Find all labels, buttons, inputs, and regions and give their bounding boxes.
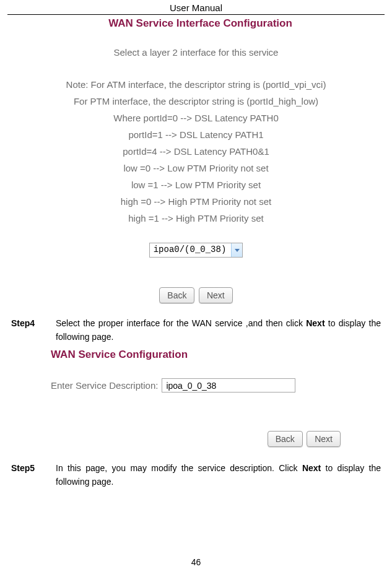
interface-select[interactable]: ipoa0/(0_0_38) [149, 243, 243, 258]
back-button[interactable]: Back [159, 287, 194, 303]
step5-pre: In this page, you may modify the service… [56, 463, 302, 473]
step5-text: In this page, you may modify the service… [56, 462, 381, 488]
step5-label: Step5 [11, 462, 56, 488]
note-line: high =1 --> High PTM Priority set [51, 210, 341, 227]
figure-wan-interface-config: WAN Service Interface Configuration Sele… [0, 17, 392, 303]
step4-text: Select the proper interface for the WAN … [56, 317, 381, 344]
note-line: portId=1 --> DSL Latency PATH1 [51, 126, 341, 143]
wan-interface-subtitle: Select a layer 2 interface for this serv… [51, 47, 341, 58]
page-header: User Manual [0, 0, 392, 14]
interface-select-value: ipoa0/(0_0_38) [150, 243, 232, 257]
service-desc-label: Enter Service Description: [51, 380, 158, 391]
wan-service-title: WAN Service Configuration [51, 349, 341, 361]
page-number: 46 [0, 557, 392, 567]
next-button[interactable]: Next [199, 287, 233, 303]
figure-wan-service-config: WAN Service Configuration Enter Service … [0, 349, 392, 447]
wan-interface-title: WAN Service Interface Configuration [51, 17, 341, 30]
step4-label: Step4 [11, 317, 56, 344]
back-button[interactable]: Back [268, 431, 303, 447]
step4-block: Step4 Select the proper interface for th… [0, 317, 392, 344]
note-line: Where portId=0 --> DSL Latency PATH0 [51, 110, 341, 126]
step5-bold: Next [302, 463, 321, 473]
note-line: For PTM interface, the descriptor string… [51, 93, 341, 110]
step5-block: Step5 In this page, you may modify the s… [0, 462, 392, 488]
next-button[interactable]: Next [307, 431, 341, 447]
step4-pre: Select the proper interface for the WAN … [56, 318, 306, 328]
step4-bold: Next [306, 318, 324, 328]
note-line: low =1 --> Low PTM Priority set [51, 176, 341, 193]
service-desc-input[interactable] [162, 378, 295, 393]
note-line: low =0 --> Low PTM Priority not set [51, 160, 341, 176]
note-line: portId=4 --> DSL Latency PATH0&1 [51, 143, 341, 160]
descriptor-notes: Note: For ATM interface, the descriptor … [51, 76, 341, 227]
chevron-down-icon [231, 243, 242, 257]
header-divider [7, 14, 385, 15]
note-line: high =0 --> High PTM Priority not set [51, 193, 341, 210]
note-line: Note: For ATM interface, the descriptor … [51, 76, 341, 93]
